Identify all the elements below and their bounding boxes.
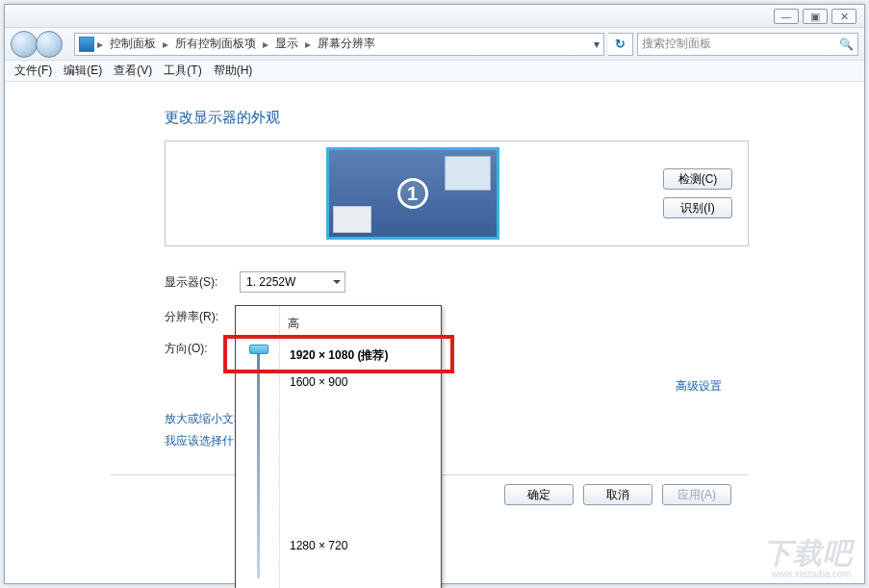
- resolution-label: 分辨率(R):: [165, 309, 240, 325]
- slider-high-label: 高: [286, 314, 435, 342]
- minimize-button[interactable]: —: [774, 9, 799, 24]
- refresh-button[interactable]: ↻: [608, 33, 633, 56]
- breadcrumb-item[interactable]: 屏幕分辨率: [314, 36, 379, 52]
- watermark-url: www.xiazaiba.com: [772, 569, 851, 579]
- resolution-option-recommended[interactable]: 1920 × 1080 (推荐): [286, 342, 435, 370]
- menu-file[interactable]: 文件(F): [9, 61, 58, 81]
- identify-button[interactable]: 识别(I): [663, 197, 732, 218]
- close-button[interactable]: ✕: [831, 9, 856, 24]
- chevron-right-icon: ▸: [262, 38, 269, 51]
- chevron-right-icon: ▸: [162, 38, 169, 51]
- breadcrumb-item[interactable]: 控制面板: [106, 36, 160, 52]
- resolution-slider[interactable]: [236, 306, 280, 588]
- zoom-text-link[interactable]: 放大或缩小文本: [165, 411, 245, 427]
- display-label: 显示器(S):: [165, 274, 240, 291]
- apply-button[interactable]: 应用(A): [662, 484, 731, 505]
- resolution-option[interactable]: 1600 × 900: [286, 370, 435, 395]
- advanced-settings-link[interactable]: 高级设置: [676, 378, 722, 395]
- breadcrumb[interactable]: ▸ 控制面板 ▸ 所有控制面板项 ▸ 显示 ▸ 屏幕分辨率 ▾: [74, 33, 604, 56]
- breadcrumb-dropdown-icon[interactable]: ▾: [381, 38, 600, 51]
- menu-help[interactable]: 帮助(H): [208, 61, 259, 81]
- maximize-button[interactable]: ▣: [803, 9, 828, 24]
- back-button[interactable]: [11, 31, 38, 58]
- breadcrumb-item[interactable]: 所有控制面板项: [171, 36, 260, 52]
- resolution-dropdown[interactable]: 高 1920 × 1080 (推荐) 1600 × 900 1280 × 720: [235, 305, 442, 588]
- resolution-option[interactable]: 1280 × 720: [286, 533, 435, 558]
- breadcrumb-item[interactable]: 显示: [271, 36, 302, 52]
- forward-button[interactable]: [36, 31, 63, 58]
- dialog-buttons: 确定 取消 应用(A): [504, 484, 731, 505]
- monitor-window-icon: [445, 156, 491, 191]
- monitor-number: 1: [397, 178, 428, 209]
- chevron-right-icon: ▸: [96, 38, 104, 51]
- resolution-list: 高 1920 × 1080 (推荐) 1600 × 900 1280 × 720: [280, 306, 441, 588]
- menu-edit[interactable]: 编辑(E): [58, 61, 108, 81]
- page-title: 更改显示器的外观: [165, 109, 749, 127]
- nav-buttons: [11, 31, 70, 58]
- address-bar: ▸ 控制面板 ▸ 所有控制面板项 ▸ 显示 ▸ 屏幕分辨率 ▾ ↻ 搜索控制面板…: [5, 28, 864, 61]
- cancel-button[interactable]: 取消: [583, 484, 652, 505]
- monitor-thumbnail[interactable]: 1: [326, 147, 499, 240]
- display-row: 显示器(S): 1. 2252W: [165, 271, 749, 293]
- orientation-label: 方向(O):: [165, 341, 240, 357]
- search-placeholder: 搜索控制面板: [642, 36, 711, 52]
- watermark-logo: 下载吧: [763, 534, 853, 574]
- search-input[interactable]: 搜索控制面板 🔍: [637, 33, 858, 56]
- slider-track: [257, 350, 260, 578]
- search-icon: 🔍: [839, 38, 854, 51]
- display-select[interactable]: 1. 2252W: [240, 271, 345, 293]
- preview-buttons: 检测(C) 识别(I): [663, 168, 732, 218]
- menu-view[interactable]: 查看(V): [108, 61, 158, 81]
- menu-tools[interactable]: 工具(T): [158, 61, 207, 81]
- chevron-right-icon: ▸: [304, 38, 312, 51]
- preview-space: 1: [181, 147, 644, 240]
- title-bar: — ▣ ✕: [5, 5, 864, 28]
- control-panel-icon: [79, 37, 94, 52]
- ok-button[interactable]: 确定: [504, 484, 574, 505]
- monitor-taskbar-icon: [333, 206, 371, 233]
- which-settings-link[interactable]: 我应该选择什: [165, 433, 245, 449]
- help-links: 放大或缩小文本 我应该选择什: [165, 411, 245, 449]
- window-frame: — ▣ ✕ ▸ 控制面板 ▸ 所有控制面板项 ▸ 显示 ▸ 屏幕分辨率 ▾ ↻ …: [4, 4, 865, 584]
- detect-button[interactable]: 检测(C): [663, 168, 732, 190]
- menu-bar: 文件(F) 编辑(E) 查看(V) 工具(T) 帮助(H): [5, 61, 864, 82]
- display-preview: 1 检测(C) 识别(I): [165, 141, 749, 246]
- slider-thumb[interactable]: [249, 345, 268, 354]
